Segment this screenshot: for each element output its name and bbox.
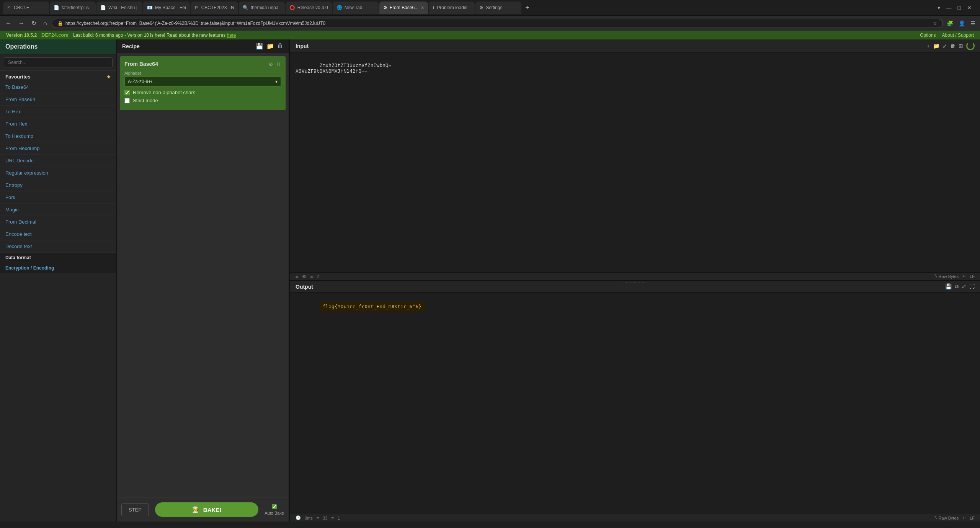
- autobake-checkbox[interactable]: [272, 504, 277, 509]
- close-button[interactable]: ✕: [965, 4, 974, 11]
- menu-icon[interactable]: ☰: [969, 20, 977, 27]
- sidebar-item-url-decode[interactable]: URL Decode: [0, 155, 116, 167]
- remove-nonalphabet-label[interactable]: Remove non-alphabet chars: [133, 90, 195, 95]
- back-button[interactable]: ←: [3, 19, 14, 28]
- sidebar-item-from-base64[interactable]: From Base64: [0, 93, 116, 106]
- recipe-title: Recipe: [122, 43, 140, 49]
- recipe-trash-icon[interactable]: 🗑: [277, 43, 283, 50]
- favourites-label: Favourites: [5, 74, 31, 80]
- output-fullscreen-icon[interactable]: ⛶: [969, 283, 975, 290]
- build-info: Last build: 6 months ago - Version 10 is…: [73, 33, 236, 38]
- pause-op-icon[interactable]: ⏸: [276, 61, 281, 67]
- extensions-icon[interactable]: 🧩: [945, 20, 955, 27]
- input-grid-icon[interactable]: ⊞: [959, 43, 963, 49]
- output-raw-bytes-icon: ᵀᵣ: [934, 515, 937, 520]
- sidebar: Operations Favourites ★ To Base64 From B…: [0, 39, 117, 521]
- sidebar-item-to-hexdump[interactable]: To Hexdump: [0, 130, 116, 142]
- sidebar-item-to-hex[interactable]: To Hex: [0, 106, 116, 118]
- refresh-button[interactable]: ↻: [29, 19, 39, 28]
- input-lineending-icon: ↵: [962, 274, 966, 279]
- new-tab-button[interactable]: +: [522, 4, 532, 12]
- options-button[interactable]: Options: [920, 33, 936, 38]
- address-bar[interactable]: 🔒 https://cyberchef.org/#recipe=From_Bas…: [52, 19, 943, 28]
- tab-release[interactable]: ⭕ Release v0.4.0: [286, 2, 332, 14]
- tab-cbctf[interactable]: 🏳 CBCTF: [3, 2, 49, 14]
- tab-label-frombase64: From Base6...: [390, 5, 418, 10]
- sidebar-item-from-hexdump[interactable]: From Hexdump: [0, 142, 116, 155]
- build-link[interactable]: here: [227, 33, 236, 38]
- sidebar-list: Favourites ★ To Base64 From Base64 To He…: [0, 71, 116, 521]
- recipe-folder-icon[interactable]: 📁: [266, 43, 274, 50]
- strict-mode-label[interactable]: Strict mode: [133, 98, 158, 103]
- tab-cbctf2023[interactable]: 🏳 CBCTF2023 - N: [191, 2, 238, 14]
- tab-frombase64[interactable]: ⚙ From Base6... ✕: [379, 2, 428, 14]
- autobake-label[interactable]: Auto Bake: [265, 511, 284, 515]
- profile-icon[interactable]: 👤: [957, 20, 967, 27]
- tab-newtab[interactable]: 🌐 New Tab: [333, 2, 379, 14]
- bake-button[interactable]: 👨‍🍳 BAKE!: [155, 502, 258, 517]
- tab-problemloading[interactable]: ℹ Problem loadin: [429, 2, 475, 14]
- tab-myspace[interactable]: 📧 My Space - Fei: [143, 2, 190, 14]
- remove-nonalphabet-row: Remove non-alphabet chars: [124, 90, 281, 95]
- output-lineending[interactable]: LF: [970, 516, 975, 520]
- sidebar-item-encode-text[interactable]: Encode text: [0, 228, 116, 240]
- tab-favicon-cbctf: 🏳: [7, 5, 11, 10]
- site-label: DEF24.com: [41, 32, 69, 38]
- recipe-op-from-base64: From Base64 ⊘ ⏸ Alphabet A-Za-z0-9+/= ▾ …: [120, 56, 286, 110]
- input-char-count: 49: [302, 274, 306, 279]
- maximize-button[interactable]: □: [956, 4, 963, 11]
- input-add-icon[interactable]: +: [927, 43, 930, 49]
- sidebar-item-decode-text[interactable]: Decode text: [0, 240, 116, 253]
- address-text: https://cyberchef.org/#recipe=From_Base6…: [65, 21, 931, 26]
- tab-themida[interactable]: 🔍 themida unpa: [239, 2, 285, 14]
- output-save-icon[interactable]: 💾: [945, 283, 952, 290]
- recipe-header: Recipe 💾 📁 🗑: [117, 39, 289, 53]
- input-line-count: 2: [317, 274, 319, 279]
- tab-wiki[interactable]: 📄 Wiki - Feishu |: [96, 2, 142, 14]
- remove-nonalphabet-checkbox[interactable]: [124, 90, 130, 95]
- sidebar-item-to-base64[interactable]: To Base64: [0, 81, 116, 93]
- divider-dots: ·········: [623, 279, 647, 285]
- bookmark-icon[interactable]: ☆: [933, 21, 937, 26]
- search-input[interactable]: [4, 57, 113, 67]
- output-encoding-label: ᵀᵣ Raw Bytes: [934, 515, 959, 520]
- home-button[interactable]: ⌂: [41, 19, 49, 28]
- output-expand-icon[interactable]: ⤢: [962, 283, 966, 290]
- recipe-save-icon[interactable]: 💾: [256, 43, 263, 50]
- step-button[interactable]: STEP: [121, 503, 149, 516]
- forward-button[interactable]: →: [16, 19, 27, 28]
- tab-label-newtab: New Tab: [345, 5, 362, 10]
- strict-mode-checkbox[interactable]: [124, 98, 130, 103]
- chef-icon: 👨‍🍳: [192, 506, 199, 513]
- input-content[interactable]: ZmxhZ3tZT3UxcmVfZnIwbnQ= X0VuZF9tQXN0MXJ…: [290, 53, 980, 272]
- strict-mode-row: Strict mode: [124, 98, 281, 103]
- sidebar-item-entropy[interactable]: Entropy: [0, 179, 116, 191]
- sidebar-item-magic[interactable]: Magic: [0, 204, 116, 216]
- output-text: flag{YOu1re_fr0nt_End_mAst1r_6^6}: [320, 302, 425, 311]
- sidebar-item-regex[interactable]: Regular expression: [0, 167, 116, 179]
- tab-close-frombase64[interactable]: ✕: [421, 5, 424, 10]
- tab-settings[interactable]: ⚙ Settings: [475, 2, 521, 14]
- tab-favicon-fatedier: 📄: [54, 5, 59, 10]
- alphabet-select[interactable]: A-Za-z0-9+/= ▾: [124, 77, 281, 87]
- minimize-button[interactable]: —: [944, 4, 954, 11]
- sidebar-item-from-hex[interactable]: From Hex: [0, 118, 116, 130]
- tab-fatedier[interactable]: 📄 fatedier/frp: A: [50, 2, 96, 14]
- io-horizontal-divider[interactable]: ·········: [290, 280, 980, 281]
- tab-list-button[interactable]: ▾: [935, 4, 942, 11]
- output-line-count: 1: [338, 516, 340, 520]
- about-support-button[interactable]: About / Support: [942, 33, 974, 38]
- input-trash-icon[interactable]: 🗑: [950, 43, 956, 49]
- alphabet-value: A-Za-z0-9+/=: [128, 79, 155, 84]
- input-expand-icon[interactable]: ⤢: [942, 43, 947, 49]
- sidebar-item-fork[interactable]: Fork: [0, 191, 116, 204]
- input-folder-icon[interactable]: 📁: [933, 43, 939, 49]
- output-status-bar: 🕐 0ms ≡ 33 ≡ 1 ᵀᵣ Raw Bytes ↵ LF: [290, 514, 980, 521]
- output-copy-icon[interactable]: ⧉: [955, 283, 959, 290]
- disable-op-icon[interactable]: ⊘: [269, 61, 273, 67]
- tab-label-cbctf: CBCTF: [14, 5, 29, 10]
- input-lineending[interactable]: LF: [970, 274, 975, 279]
- sidebar-item-from-decimal[interactable]: From Decimal: [0, 216, 116, 228]
- output-content: flag{YOu1re_fr0nt_End_mAst1r_6^6}: [290, 293, 980, 514]
- sidebar-header: Operations: [0, 39, 116, 54]
